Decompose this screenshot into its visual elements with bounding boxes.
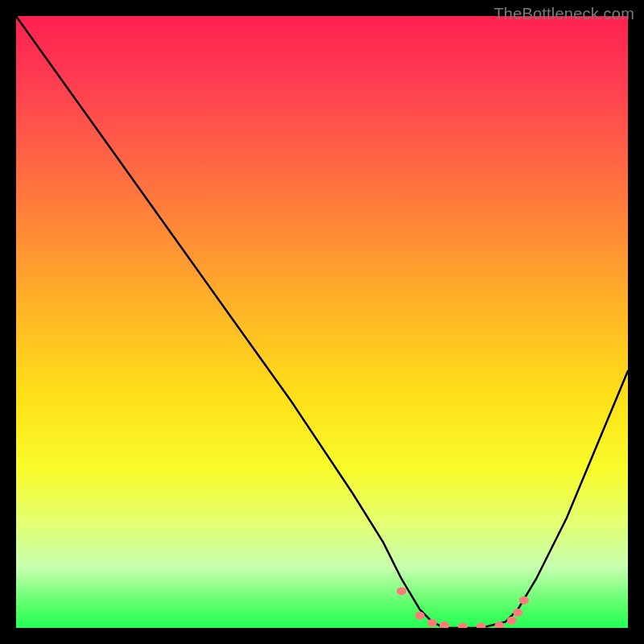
marker-dot — [427, 619, 437, 627]
chart-svg — [16, 16, 628, 628]
marker-dot — [513, 609, 522, 617]
marker-dot — [458, 623, 468, 629]
watermark-text: TheBottleneck.com — [493, 5, 634, 23]
bottleneck-curve-line — [16, 16, 628, 628]
optimal-zone-markers — [397, 587, 529, 628]
marker-dot — [440, 621, 449, 628]
marker-dot — [507, 617, 517, 625]
chart-plot-area — [16, 16, 628, 628]
marker-dot — [415, 612, 425, 620]
marker-dot — [397, 587, 407, 595]
marker-dot — [477, 623, 486, 629]
marker-dot — [519, 597, 529, 605]
